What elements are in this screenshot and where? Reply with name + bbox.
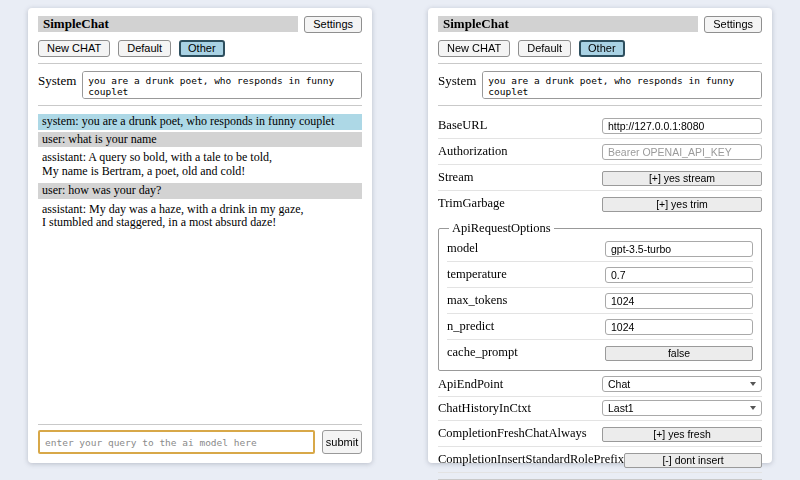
message-line: user: what is your name xyxy=(42,133,358,147)
system-prompt-textarea[interactable]: you are a drunk poet, who responds in fu… xyxy=(82,71,362,99)
system-prompt-label: System xyxy=(438,71,476,89)
divider xyxy=(38,105,362,106)
n-predict-input[interactable] xyxy=(605,319,753,335)
chat-message-system: system: you are a drunk poet, who respon… xyxy=(38,114,362,130)
cache-prompt-label: cache_prompt xyxy=(447,345,605,360)
query-input[interactable] xyxy=(38,430,315,454)
system-prompt-row: System you are a drunk poet, who respond… xyxy=(38,69,362,99)
divider xyxy=(438,63,762,64)
chat-message-assistant: assistant: A query so bold, with a tale … xyxy=(38,149,362,181)
chevron-down-icon xyxy=(750,406,756,410)
app-title: SimpleChat xyxy=(438,16,698,32)
settings-button[interactable]: Settings xyxy=(304,16,362,33)
setting-row-temperature: temperature xyxy=(447,262,753,288)
settings-button[interactable]: Settings xyxy=(704,16,762,33)
divider xyxy=(38,424,362,425)
api-endpoint-selected-value: Chat xyxy=(608,378,630,390)
model-label: model xyxy=(447,241,605,256)
stream-label: Stream xyxy=(438,170,602,185)
setting-row-model: model xyxy=(447,236,753,262)
query-row: submit xyxy=(38,430,362,454)
session-tab-other[interactable]: Other xyxy=(579,40,625,57)
chat-history-label: ChatHistoryInCtxt xyxy=(438,401,602,416)
setting-row-cache-prompt: cache_prompt false xyxy=(447,340,753,365)
system-prompt-label: System xyxy=(38,71,76,89)
api-request-options-fieldset: ApiRequestOptions model temperature max_… xyxy=(438,221,762,371)
settings-panel-header: SimpleChat Settings xyxy=(438,16,762,33)
system-prompt-textarea[interactable]: you are a drunk poet, who responds in fu… xyxy=(482,71,762,99)
message-line: user: how was your day? xyxy=(42,184,358,198)
setting-row-trimgarbage: TrimGarbage [+] yes trim xyxy=(438,191,762,216)
session-tab-default[interactable]: Default xyxy=(518,40,571,57)
session-toolbar: New CHAT Default Other xyxy=(438,40,762,57)
session-tab-default[interactable]: Default xyxy=(118,40,171,57)
divider xyxy=(38,63,362,64)
divider xyxy=(438,105,762,106)
max-tokens-input[interactable] xyxy=(605,293,753,309)
setting-row-n-predict: n_predict xyxy=(447,314,753,340)
temperature-label: temperature xyxy=(447,267,605,282)
trimgarbage-label: TrimGarbage xyxy=(438,196,602,211)
chat-message-list[interactable]: system: you are a drunk poet, who respon… xyxy=(38,114,362,418)
api-endpoint-label: ApiEndPoint xyxy=(438,377,602,392)
api-request-options-legend: ApiRequestOptions xyxy=(449,221,554,236)
message-line: My name is Bertram, a poet, old and cold… xyxy=(42,165,358,179)
setting-row-stream: Stream [+] yes stream xyxy=(438,165,762,191)
chat-message-user: user: what is your name xyxy=(38,132,362,148)
authorization-input[interactable] xyxy=(602,144,762,160)
setting-row-baseurl: BaseURL xyxy=(438,113,762,139)
chat-message-user: user: how was your day? xyxy=(38,183,362,199)
max-tokens-label: max_tokens xyxy=(447,293,605,308)
system-prompt-row: System you are a drunk poet, who respond… xyxy=(438,69,762,99)
new-chat-button[interactable]: New CHAT xyxy=(438,40,510,57)
setting-row-authorization: Authorization xyxy=(438,139,762,165)
n-predict-label: n_predict xyxy=(447,319,605,334)
api-endpoint-select[interactable]: Chat xyxy=(602,376,762,392)
setting-row-completion-fresh: CompletionFreshChatAlways [+] yes fresh xyxy=(438,421,762,447)
completion-insert-prefix-label: CompletionInsertStandardRolePrefix xyxy=(438,452,624,467)
message-line: I stumbled and staggered, in a most absu… xyxy=(42,216,358,230)
session-toolbar: New CHAT Default Other xyxy=(38,40,362,57)
trimgarbage-toggle-button[interactable]: [+] yes trim xyxy=(602,197,762,212)
settings-form: BaseURL Authorization Stream [+] yes str… xyxy=(438,113,762,473)
session-tab-other[interactable]: Other xyxy=(179,40,225,57)
completion-insert-prefix-toggle-button[interactable]: [-] dont insert xyxy=(624,453,762,468)
baseurl-label: BaseURL xyxy=(438,118,602,133)
setting-row-completion-insert-prefix: CompletionInsertStandardRolePrefix [-] d… xyxy=(438,447,762,473)
chat-panel: SimpleChat Settings New CHAT Default Oth… xyxy=(28,8,372,463)
authorization-label: Authorization xyxy=(438,144,602,159)
cache-prompt-toggle-button[interactable]: false xyxy=(605,346,753,361)
message-line: system: you are a drunk poet, who respon… xyxy=(42,115,358,129)
chat-history-selected-value: Last1 xyxy=(608,402,634,414)
setting-row-api-endpoint: ApiEndPoint Chat xyxy=(438,373,762,397)
submit-button[interactable]: submit xyxy=(322,430,362,454)
temperature-input[interactable] xyxy=(605,267,753,283)
setting-row-chat-history: ChatHistoryInCtxt Last1 xyxy=(438,397,762,421)
chat-panel-header: SimpleChat Settings xyxy=(38,16,362,33)
baseurl-input[interactable] xyxy=(602,118,762,134)
message-line: assistant: A query so bold, with a tale … xyxy=(42,151,358,165)
completion-fresh-toggle-button[interactable]: [+] yes fresh xyxy=(602,427,762,442)
setting-row-max-tokens: max_tokens xyxy=(447,288,753,314)
chevron-down-icon xyxy=(750,382,756,386)
stream-toggle-button[interactable]: [+] yes stream xyxy=(602,171,762,186)
settings-panel: SimpleChat Settings New CHAT Default Oth… xyxy=(428,8,772,463)
chat-history-select[interactable]: Last1 xyxy=(602,400,762,416)
model-input[interactable] xyxy=(605,241,753,257)
message-line: assistant: My day was a haze, with a dri… xyxy=(42,203,358,217)
new-chat-button[interactable]: New CHAT xyxy=(38,40,110,57)
chat-message-assistant: assistant: My day was a haze, with a dri… xyxy=(38,201,362,233)
app-title: SimpleChat xyxy=(38,16,298,32)
completion-fresh-label: CompletionFreshChatAlways xyxy=(438,426,602,441)
